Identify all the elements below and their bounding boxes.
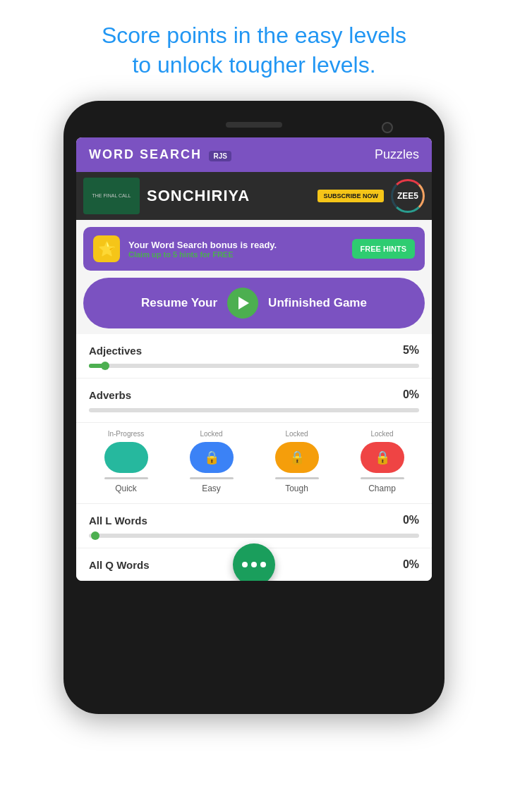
- dot-1: [242, 562, 248, 567]
- all-l-label: All L Words: [89, 515, 147, 527]
- phone-camera: [382, 122, 393, 133]
- ad-logo: THE FINAL CALL: [83, 178, 140, 214]
- phone-frame: WORD SEARCH RJS Puzzles THE FINAL CALL S…: [64, 101, 445, 714]
- adjectives-label: Adjectives: [89, 345, 142, 357]
- levels-row: In-Progress Quick Locked 🔒: [86, 430, 422, 493]
- champ-badge: 🔒: [361, 442, 404, 473]
- level-quick[interactable]: In-Progress Quick: [86, 430, 166, 493]
- adjectives-progress-track: [89, 364, 419, 368]
- easy-status: Locked: [200, 430, 222, 438]
- all-l-progress-dot: [91, 531, 99, 540]
- tough-status: Locked: [285, 430, 308, 438]
- ad-channel: ZEE5: [391, 179, 425, 213]
- levels-section: In-Progress Quick Locked 🔒: [76, 423, 432, 504]
- ad-title: SONCHIRIYA: [147, 187, 310, 205]
- tough-badge: 🔒: [275, 442, 319, 473]
- resume-text-right: Unfinished Game: [268, 296, 367, 310]
- adverbs-progress-track: [89, 408, 419, 412]
- quick-status: In-Progress: [108, 430, 145, 438]
- content-area: Adjectives 5% Adverbs 0%: [76, 334, 432, 581]
- bonus-subtitle: Claim up to 5 hints for FREE: [128, 250, 344, 259]
- easy-badge: 🔒: [190, 442, 234, 473]
- champ-progress-bar: [361, 477, 404, 479]
- adjectives-percent: 5%: [403, 344, 419, 357]
- free-hints-button[interactable]: FREE HINTS: [352, 239, 415, 259]
- play-icon: [238, 297, 249, 309]
- quick-label: Quick: [115, 484, 137, 493]
- easy-label: Easy: [202, 484, 221, 493]
- ad-subscribe: SUBSCRIBE NOW: [318, 190, 384, 202]
- app-header: WORD SEARCH RJS Puzzles: [76, 137, 432, 172]
- dot-3: [260, 562, 266, 567]
- quick-badge: [104, 442, 148, 473]
- level-easy[interactable]: Locked 🔒 Easy: [171, 430, 251, 493]
- tough-lock-icon: 🔒: [289, 450, 305, 465]
- dot-2: [251, 562, 257, 567]
- adjectives-row: Adjectives 5%: [76, 334, 432, 379]
- all-l-progress-track: [89, 534, 419, 538]
- dots-fab[interactable]: [233, 543, 275, 581]
- app-title-left: WORD SEARCH RJS: [89, 147, 231, 162]
- adverbs-row: Adverbs 0%: [76, 379, 432, 423]
- adjectives-progress-dot: [101, 362, 109, 370]
- adverbs-label: Adverbs: [89, 389, 131, 401]
- adverbs-percent: 0%: [403, 388, 419, 401]
- easy-lock-icon: 🔒: [204, 450, 219, 465]
- all-l-percent: 0%: [403, 514, 419, 527]
- bonus-icon: ⭐: [93, 235, 120, 262]
- bonus-bar: ⭐ Your Word Search bonus is ready. Claim…: [83, 227, 425, 271]
- quick-progress-bar: [104, 477, 148, 479]
- app-title-text: WORD SEARCH: [89, 147, 202, 161]
- tough-label: Tough: [285, 484, 308, 493]
- resume-text-left: Resume Your: [141, 296, 217, 310]
- resume-button[interactable]: Resume Your Unfinished Game: [83, 278, 425, 328]
- headline-line2: to unlock tougher levels.: [132, 52, 375, 78]
- all-q-percent: 0%: [403, 558, 419, 571]
- all-l-words-row: All L Words 0%: [76, 504, 432, 548]
- phone-speaker: [226, 122, 282, 128]
- headline-line1: Score points in the easy levels: [102, 23, 406, 48]
- phone-top: [76, 115, 432, 137]
- bonus-subtitle-text: Claim up to 5 hints for: [128, 250, 212, 259]
- phone-screen: WORD SEARCH RJS Puzzles THE FINAL CALL S…: [76, 137, 432, 581]
- easy-progress-bar: [190, 477, 234, 479]
- champ-status: Locked: [370, 430, 393, 438]
- bonus-title: Your Word Search bonus is ready.: [128, 240, 344, 250]
- level-champ[interactable]: Locked 🔒 Champ: [342, 430, 422, 493]
- bonus-free-text: FREE: [212, 250, 233, 259]
- champ-label: Champ: [368, 484, 396, 493]
- all-q-label: All Q Words: [89, 559, 150, 571]
- play-circle: [227, 288, 258, 319]
- tough-progress-bar: [275, 477, 319, 479]
- champ-lock-icon: 🔒: [375, 450, 390, 465]
- ad-logo-text: THE FINAL CALL: [92, 193, 131, 199]
- level-tough[interactable]: Locked 🔒 Tough: [257, 430, 337, 493]
- app-right-label: Puzzles: [375, 147, 419, 162]
- rjs-badge: RJS: [209, 151, 231, 161]
- all-q-words-row: All Q Words 0%: [76, 548, 432, 581]
- headline: Score points in the easy levels to unloc…: [59, 0, 449, 94]
- ad-banner[interactable]: THE FINAL CALL SONCHIRIYA SUBSCRIBE NOW …: [76, 172, 432, 220]
- bonus-text: Your Word Search bonus is ready. Claim u…: [128, 240, 344, 259]
